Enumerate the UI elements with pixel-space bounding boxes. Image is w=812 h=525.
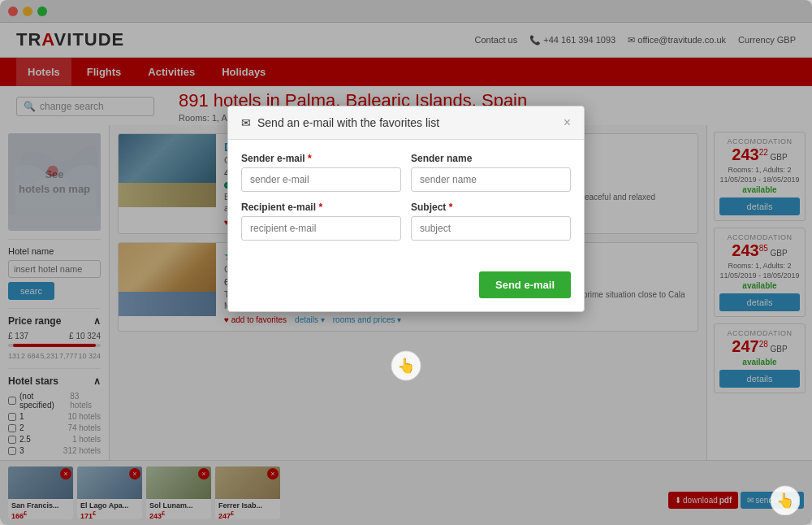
modal-body: Sender e-mail * Sender name Recipient e-… [228,140,584,263]
window: TRAVITUDE Contact us 📞 +44 161 394 1093 … [0,0,812,525]
modal-row-2: Recipient e-mail * Subject * [241,202,571,241]
sender-email-input[interactable] [241,167,401,192]
modal-header: ✉ Send an e-mail with the favorites list… [228,106,584,140]
sender-email-label: Sender e-mail * [241,153,401,164]
subject-label: Subject * [411,202,571,213]
sender-name-field: Sender name [411,153,571,192]
recipient-email-label: Recipient e-mail * [241,202,401,213]
modal-footer: Send e-mail [228,263,584,311]
recipient-email-field: Recipient e-mail * [241,202,401,241]
recipient-email-input[interactable] [241,216,401,241]
modal-title: ✉ Send an e-mail with the favorites list [241,116,439,129]
required-mark-3: * [449,202,453,213]
subject-input[interactable] [411,216,571,241]
modal-row-1: Sender e-mail * Sender name [241,153,571,192]
sender-name-label: Sender name [411,153,571,164]
required-mark: * [308,153,312,164]
sender-email-field: Sender e-mail * [241,153,401,192]
modal-overlay: ✉ Send an e-mail with the favorites list… [0,0,812,525]
modal-title-text: Send an e-mail with the favorites list [257,116,439,129]
send-email-submit-button[interactable]: Send e-mail [479,271,571,298]
modal-close-button[interactable]: × [564,116,571,129]
email-modal: ✉ Send an e-mail with the favorites list… [227,106,585,312]
required-mark-2: * [318,202,322,213]
subject-field: Subject * [411,202,571,241]
sender-name-input[interactable] [411,167,571,192]
envelope-icon: ✉ [241,116,251,129]
